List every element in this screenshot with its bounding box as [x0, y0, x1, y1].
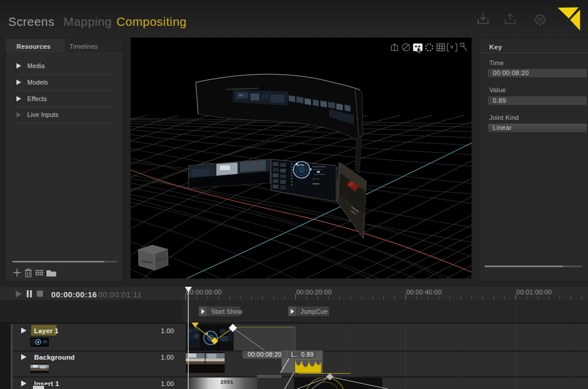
svg-text:Effects: Effects: [28, 95, 47, 102]
svg-text:00:00:08:20: 00:00:08:20: [493, 69, 529, 76]
svg-text:2001: 2001: [220, 379, 233, 385]
svg-text:Joint Kind: Joint Kind: [489, 114, 519, 121]
svg-text:1.00: 1.00: [161, 354, 174, 361]
svg-text:00:00:40:00: 00:00:40:00: [406, 289, 442, 296]
svg-text:Background: Background: [34, 354, 75, 361]
svg-text:Resources: Resources: [16, 43, 51, 50]
svg-text:Start Show: Start Show: [211, 308, 243, 315]
svg-text:Mapping: Mapping: [64, 15, 112, 28]
svg-text:00:01:00:00: 00:01:00:00: [516, 289, 552, 296]
svg-text:Value: Value: [489, 86, 506, 93]
svg-text:00:00:01:11: 00:00:01:11: [98, 290, 142, 299]
svg-text:Models: Models: [28, 79, 48, 86]
svg-text:JumpCue: JumpCue: [300, 308, 328, 315]
svg-text:Time: Time: [489, 59, 504, 66]
svg-text:Key: Key: [489, 43, 502, 51]
svg-text:0.89: 0.89: [493, 97, 506, 104]
svg-text:Screens: Screens: [8, 15, 55, 28]
svg-text:0.89: 0.89: [301, 351, 313, 358]
svg-text:Compositing: Compositing: [116, 15, 186, 28]
svg-text:Timelines: Timelines: [69, 43, 98, 50]
svg-text:Linear: Linear: [493, 124, 512, 131]
svg-text:1.00: 1.00: [161, 327, 174, 334]
svg-text:Live Inputs: Live Inputs: [28, 111, 59, 118]
svg-text:00:00:20:00: 00:00:20:00: [296, 289, 332, 296]
svg-text:L..: L..: [291, 351, 298, 358]
svg-text:00:00:00:00: 00:00:00:00: [186, 289, 222, 296]
svg-text:1.00: 1.00: [161, 380, 174, 387]
svg-text:00:00:00:16: 00:00:00:16: [51, 290, 97, 299]
svg-text:00:00:08:20: 00:00:08:20: [248, 351, 282, 358]
svg-text:Layer 1: Layer 1: [34, 327, 59, 334]
svg-text:Media: Media: [28, 62, 45, 69]
